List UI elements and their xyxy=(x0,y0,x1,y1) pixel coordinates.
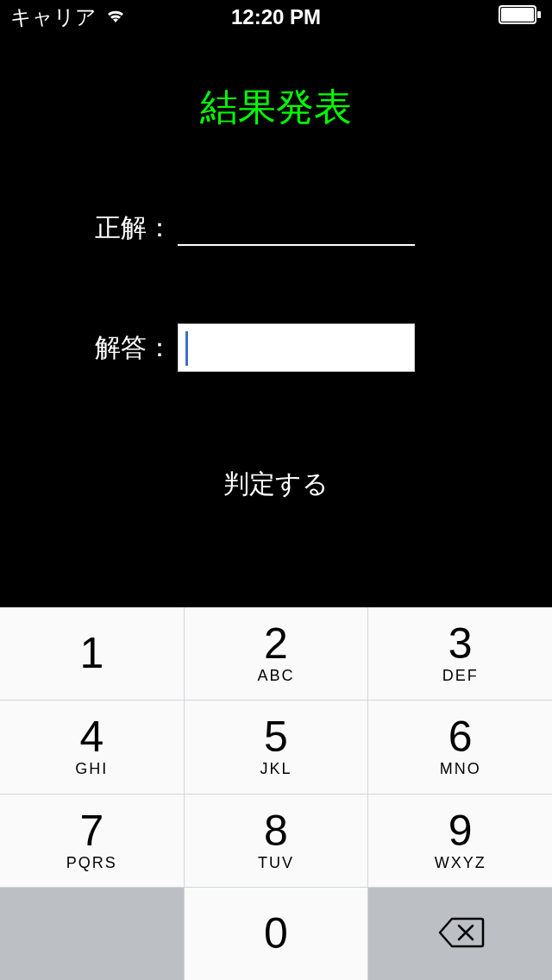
answer-row: 解答： xyxy=(95,324,552,372)
battery-icon xyxy=(499,5,542,28)
key-digit: 7 xyxy=(79,809,104,852)
answer-input[interactable] xyxy=(178,324,415,372)
key-letters: DEF xyxy=(442,667,479,685)
key-3[interactable]: 3 DEF xyxy=(368,607,552,700)
backspace-icon xyxy=(436,915,485,952)
key-letters: PQRS xyxy=(66,854,117,872)
svg-rect-2 xyxy=(537,11,541,18)
status-time: 12:20 PM xyxy=(231,5,321,29)
key-8[interactable]: 8 TUV xyxy=(185,795,368,887)
key-7[interactable]: 7 PQRS xyxy=(0,795,184,887)
status-left: キャリア xyxy=(10,3,128,31)
key-backspace[interactable] xyxy=(368,888,552,980)
key-letters: WXYZ xyxy=(435,854,486,872)
content-area: 結果発表 正解： 解答： 判定する xyxy=(0,82,552,502)
key-9[interactable]: 9 WXYZ xyxy=(368,795,552,887)
key-0[interactable]: 0 xyxy=(185,888,368,980)
key-6[interactable]: 6 MNO xyxy=(368,700,552,793)
key-digit: 4 xyxy=(79,715,104,758)
page-title: 結果発表 xyxy=(0,82,552,133)
wifi-icon xyxy=(104,5,128,29)
judge-button[interactable]: 判定する xyxy=(223,467,329,502)
correct-value-field xyxy=(178,211,415,246)
key-2[interactable]: 2 ABC xyxy=(185,607,368,700)
numeric-keypad: 1 2 ABC 3 DEF 4 GHI 5 JKL 6 MNO 7 PQRS 8… xyxy=(0,607,552,980)
key-letters: ABC xyxy=(257,667,294,685)
correct-row: 正解： xyxy=(95,210,552,246)
status-right xyxy=(499,5,542,29)
status-bar: キャリア 12:20 PM xyxy=(0,0,552,35)
key-digit: 5 xyxy=(264,715,288,758)
key-1[interactable]: 1 xyxy=(0,607,184,700)
carrier-label: キャリア xyxy=(10,3,97,31)
answer-label: 解答： xyxy=(95,330,172,366)
key-letters: GHI xyxy=(75,760,108,778)
key-letters: MNO xyxy=(440,760,481,778)
text-cursor xyxy=(185,331,188,366)
key-4[interactable]: 4 GHI xyxy=(0,700,184,793)
svg-rect-1 xyxy=(501,8,534,22)
key-letters: JKL xyxy=(260,760,292,778)
key-digit: 3 xyxy=(448,622,473,665)
key-digit: 0 xyxy=(264,912,288,955)
correct-label: 正解： xyxy=(95,210,172,246)
key-empty xyxy=(0,888,184,980)
key-5[interactable]: 5 JKL xyxy=(185,700,368,793)
key-digit: 2 xyxy=(264,622,288,665)
key-digit: 9 xyxy=(448,809,473,852)
key-digit: 1 xyxy=(79,631,104,675)
key-digit: 6 xyxy=(448,715,473,758)
key-letters: TUV xyxy=(258,854,294,872)
key-digit: 8 xyxy=(264,809,288,852)
